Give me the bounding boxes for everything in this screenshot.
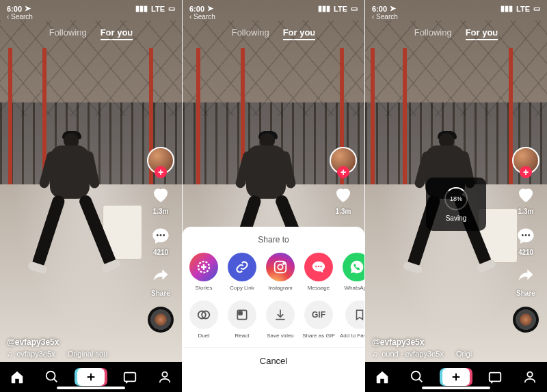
svg-point-13 <box>278 264 282 269</box>
action-rail: + 1.3m 4210 Share <box>145 147 176 333</box>
share-stories[interactable]: Stories <box>187 253 221 291</box>
share-actions-row[interactable]: DuetReactSave videoGIFShare as GIFAdd to… <box>183 300 364 339</box>
svg-point-25 <box>528 234 530 236</box>
comment-icon <box>150 225 172 247</box>
heart-icon <box>332 184 354 206</box>
video-meta: @evfapy3e5x ♫evfapy3e5x Original sou <box>7 337 107 358</box>
follow-plus-icon[interactable]: + <box>520 166 532 178</box>
screen-share-sheet: 6:00➤ ▮▮▮LTE▭ ‹ Search FollowingFor you … <box>183 0 364 392</box>
action-save-video[interactable]: Save video <box>263 300 297 339</box>
svg-point-1 <box>160 234 162 236</box>
action-react[interactable]: React <box>225 300 259 339</box>
nav-profile[interactable] <box>156 368 174 386</box>
svg-point-0 <box>157 234 159 236</box>
svg-rect-21 <box>239 311 242 315</box>
back-search[interactable]: ‹ Search <box>183 13 364 20</box>
svg-point-8 <box>162 372 167 377</box>
tab-following[interactable]: Following <box>232 27 269 40</box>
share-instagram[interactable]: Instagram <box>263 253 297 291</box>
video-meta: @evfapy3e5x ♫ound - evfapy3e5x Origi <box>372 337 472 358</box>
author-avatar[interactable]: + <box>330 147 357 174</box>
follow-plus-icon[interactable]: + <box>337 166 349 178</box>
sound-disc[interactable] <box>148 307 174 333</box>
svg-rect-30 <box>490 373 501 382</box>
username[interactable]: @evfapy3e5x <box>372 337 472 347</box>
share-apps-row[interactable]: StoriesCopy LinkInstagramMessageWhatsApp… <box>183 253 364 291</box>
svg-rect-7 <box>124 373 136 382</box>
progress-spinner: 18% <box>444 187 468 210</box>
svg-point-14 <box>283 263 284 264</box>
like-button[interactable]: 1.3m <box>515 184 537 215</box>
svg-point-24 <box>525 234 527 236</box>
sound-marquee[interactable]: ♫evfapy3e5x Original sou <box>7 350 107 358</box>
share-whatsapp[interactable]: WhatsApp <box>340 253 364 291</box>
follow-plus-icon[interactable]: + <box>155 166 167 178</box>
like-button[interactable]: 1.3m <box>332 184 354 215</box>
back-search[interactable]: ‹ Search <box>365 13 547 20</box>
nav-discover[interactable] <box>408 368 426 386</box>
nav-home[interactable] <box>373 368 391 386</box>
home-indicator <box>422 387 490 389</box>
saving-overlay: 18% Saving <box>426 178 486 231</box>
share-button[interactable]: Share <box>515 266 537 297</box>
nav-home[interactable] <box>8 368 26 386</box>
nav-profile[interactable] <box>521 368 539 386</box>
share-button[interactable]: Share <box>150 266 172 297</box>
nav-inbox[interactable] <box>121 368 139 386</box>
svg-point-26 <box>411 372 420 380</box>
share-copy-link[interactable]: Copy Link <box>225 253 259 291</box>
svg-point-2 <box>163 234 165 236</box>
svg-point-17 <box>320 266 321 267</box>
author-avatar[interactable]: + <box>147 147 174 174</box>
saving-label: Saving <box>446 214 467 222</box>
svg-line-27 <box>418 379 422 382</box>
svg-line-4 <box>53 379 57 382</box>
tab-following[interactable]: Following <box>414 27 452 40</box>
video-subject <box>38 133 103 287</box>
heart-icon <box>515 184 537 206</box>
tab-following[interactable]: Following <box>49 27 87 40</box>
music-icon: ♫ <box>7 350 12 358</box>
nav-inbox[interactable] <box>486 368 504 386</box>
share-sheet: Share to StoriesCopy LinkInstagramMessag… <box>183 227 364 392</box>
action-add-to-favorites[interactable]: Add to Favorites <box>340 300 364 339</box>
heart-icon <box>150 184 172 206</box>
share-cancel[interactable]: Cancel <box>183 347 364 387</box>
screen-saving: 6:00➤ ▮▮▮LTE▭ ‹ Search FollowingFor you … <box>365 0 547 392</box>
share-title: Share to <box>183 235 364 244</box>
svg-point-3 <box>46 372 55 380</box>
nav-discover[interactable] <box>43 368 61 386</box>
home-indicator <box>57 387 125 389</box>
sound-disc[interactable] <box>513 307 539 333</box>
like-button[interactable]: 1.3m <box>150 184 172 215</box>
svg-point-15 <box>315 266 317 267</box>
svg-point-23 <box>522 234 524 236</box>
music-icon: ♫ <box>372 350 377 358</box>
back-search[interactable]: ‹ Search <box>0 13 182 20</box>
comment-button[interactable]: 4210 <box>150 225 172 256</box>
screen-feed: 6:00➤ ▮▮▮LTE▭ ‹ Search Following For you… <box>0 0 182 392</box>
comment-button[interactable]: 4210 <box>515 225 537 256</box>
action-share-as-gif[interactable]: GIFShare as GIF <box>302 300 336 339</box>
author-avatar[interactable]: + <box>512 147 539 174</box>
share-message[interactable]: Message <box>302 253 336 291</box>
svg-point-31 <box>527 372 532 377</box>
action-duet[interactable]: Duet <box>187 300 221 339</box>
share-icon <box>515 266 537 288</box>
comment-icon <box>515 225 537 247</box>
action-rail: + 1.3m 4210 Share <box>510 147 542 333</box>
username[interactable]: @evfapy3e5x <box>7 337 107 347</box>
svg-point-16 <box>318 266 319 267</box>
nav-create[interactable] <box>442 368 470 386</box>
share-icon <box>150 266 172 288</box>
nav-create[interactable] <box>77 368 105 386</box>
action-rail: + 1.3m <box>328 147 359 215</box>
sound-marquee[interactable]: ♫ound - evfapy3e5x Origi <box>372 350 472 358</box>
